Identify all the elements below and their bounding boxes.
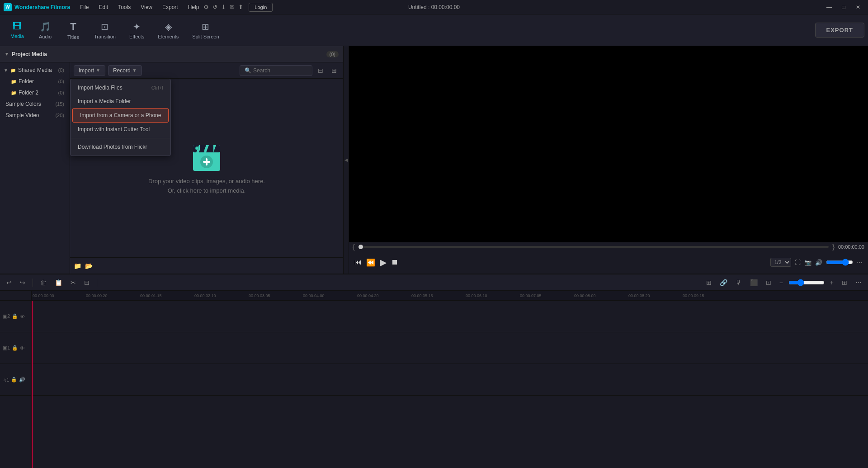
toolbar-media[interactable]: 🎞 Media xyxy=(4,19,31,42)
collapse-handle[interactable]: ◀ xyxy=(344,46,349,274)
folder2-icon: 📁 xyxy=(11,90,16,95)
dropdown-item-import-camera[interactable]: Import from a Camera or a Phone xyxy=(72,108,169,123)
clapboard-icon xyxy=(191,141,222,172)
sample-video-label: Sample Video xyxy=(5,112,53,118)
drop-line2: Or, click here to import media. xyxy=(168,187,246,194)
filter-button[interactable]: ⊟ xyxy=(315,66,326,75)
ruler-spacer xyxy=(0,291,31,301)
menu-view[interactable]: View xyxy=(136,2,157,12)
toolbar-titles[interactable]: T Titles xyxy=(60,18,87,43)
sidebar-item-folder[interactable]: 📁 Folder (0) xyxy=(2,76,68,87)
dropdown-item-flickr[interactable]: Download Photos from Flickr xyxy=(71,140,170,154)
track-audio1-volume-icon[interactable]: 🔊 xyxy=(19,377,25,383)
speed-select[interactable]: 1/2 1/1 2x xyxy=(770,258,791,267)
fullscreen-icon[interactable]: ⛶ xyxy=(795,259,801,266)
menu-tools[interactable]: Tools xyxy=(113,2,135,12)
tray-icon-1[interactable]: ⚙ xyxy=(203,4,209,10)
split-button[interactable]: ⊡ xyxy=(763,278,774,288)
menu-file[interactable]: File xyxy=(75,2,93,12)
preview-controls: { } 00:00:00:00 ⏮ ⏪ ▶ ⏹ 1/2 1/1 2x xyxy=(349,242,868,274)
tray-icon-3[interactable]: ⬇ xyxy=(221,4,226,10)
sample-colors-label: Sample Colors xyxy=(5,101,53,107)
ruler-time-5: 00:00:04:00 xyxy=(303,293,325,298)
cut-button[interactable]: ✂ xyxy=(68,278,79,288)
toolbar-splitscreen[interactable]: ⊞ Split Screen xyxy=(186,19,225,42)
svg-point-15 xyxy=(196,147,198,149)
track-row-v1 xyxy=(32,332,868,364)
ruler-time-9: 00:00:07:05 xyxy=(520,293,542,298)
mic-button[interactable]: 🎙 xyxy=(733,278,745,288)
tray-icon-4[interactable]: ✉ xyxy=(230,4,235,10)
dropdown-item-import-cutter[interactable]: Import with Instant Cutter Tool xyxy=(71,123,170,136)
add-folder-icon[interactable]: 📁 xyxy=(74,262,81,269)
more-options-icon[interactable]: ⋯ xyxy=(857,259,863,266)
tray-icon-2[interactable]: ↺ xyxy=(212,4,217,10)
audio-label: Audio xyxy=(39,34,52,39)
link-button[interactable]: 🔗 xyxy=(717,278,730,288)
redo-button[interactable]: ↪ xyxy=(17,278,28,288)
project-expand-icon[interactable]: ▼ xyxy=(5,52,9,57)
add-track-button[interactable]: ⊞ xyxy=(703,278,714,288)
track-v2-eye-icon[interactable]: 👁 xyxy=(20,314,25,319)
zoom-out-button[interactable]: − xyxy=(777,278,786,288)
record-button[interactable]: Record ▼ xyxy=(108,65,142,76)
toolbar-audio[interactable]: 🎵 Audio xyxy=(32,19,59,42)
toolbar-transition[interactable]: ⊡ Transition xyxy=(88,19,122,42)
track-audio1-lock-icon[interactable]: 🔒 xyxy=(11,377,17,383)
tray-icon-5[interactable]: ⬆ xyxy=(238,4,243,10)
login-button[interactable]: Login xyxy=(249,3,273,12)
track-v2-lock-icon[interactable]: 🔒 xyxy=(12,313,18,319)
search-box[interactable]: 🔍 xyxy=(240,65,312,76)
audio-icon: 🎵 xyxy=(40,21,51,32)
stop-button[interactable]: ⏹ xyxy=(391,258,398,266)
search-input[interactable] xyxy=(253,67,307,74)
volume-slider[interactable] xyxy=(826,259,853,266)
content-area: Import ▼ Record ▼ 🔍 ⊟ ⊞ xyxy=(70,62,343,274)
shared-media-label: Shared Media xyxy=(18,67,57,73)
bracket-right-icon[interactable]: } xyxy=(832,243,835,251)
folder-count: (0) xyxy=(58,79,64,84)
frame-back-button[interactable]: ⏪ xyxy=(366,258,375,267)
zoom-in-button[interactable]: + xyxy=(827,278,836,288)
more-tl-button[interactable]: ⋯ xyxy=(853,278,864,288)
play-button[interactable]: ▶ xyxy=(380,257,387,268)
close-button[interactable]: ✕ xyxy=(852,3,864,12)
minimize-button[interactable]: — xyxy=(823,3,835,12)
track-v1-lock-icon[interactable]: 🔒 xyxy=(12,345,18,351)
dropdown-item-import-folder[interactable]: Import a Media Folder xyxy=(71,95,170,108)
snapshot-button[interactable]: ⬛ xyxy=(747,278,760,288)
sidebar-item-shared-media[interactable]: ▼ 📁 Shared Media (0) xyxy=(2,65,68,76)
maximize-button[interactable]: □ xyxy=(837,3,850,12)
import-button[interactable]: Import ▼ xyxy=(74,65,105,76)
copy-button[interactable]: 📋 xyxy=(52,278,65,288)
delete-button[interactable]: 🗑 xyxy=(38,278,49,288)
progress-track[interactable] xyxy=(359,246,829,248)
folder-icon: 📁 xyxy=(10,68,16,73)
menu-help[interactable]: Help xyxy=(184,2,204,12)
sidebar-item-sample-video[interactable]: Sample Video (20) xyxy=(2,110,68,121)
sidebar-item-folder2[interactable]: 📁 Folder 2 (0) xyxy=(2,87,68,98)
screenshot-icon[interactable]: 📷 xyxy=(804,259,811,266)
undo-button[interactable]: ↩ xyxy=(4,278,14,288)
toolbar-effects[interactable]: ✦ Effects xyxy=(123,19,151,42)
track-labels: ▣2 🔒 👁 ▣1 🔒 👁 ♫1 🔒 🔊 xyxy=(0,291,32,468)
window-title: Untitled : 00:00:00:00 xyxy=(408,4,460,10)
playhead[interactable] xyxy=(32,301,33,468)
view-toggle-button[interactable]: ⊞ xyxy=(329,66,340,75)
sidebar-item-sample-colors[interactable]: Sample Colors (15) xyxy=(2,99,68,109)
menu-export[interactable]: Export xyxy=(158,2,183,12)
align-button[interactable]: ⊟ xyxy=(81,278,92,288)
menu-edit[interactable]: Edit xyxy=(94,2,113,12)
track-v1-eye-icon[interactable]: 👁 xyxy=(20,345,25,351)
step-back-button[interactable]: ⏮ xyxy=(354,258,362,266)
volume-icon[interactable]: 🔊 xyxy=(815,259,822,266)
toolbar-elements[interactable]: ◈ Elements xyxy=(151,19,185,42)
export-button[interactable]: EXPORT xyxy=(815,23,864,38)
main-toolbar: 🎞 Media 🎵 Audio T Titles ⊡ Transition ✦ … xyxy=(0,14,868,46)
fit-button[interactable]: ⊞ xyxy=(839,278,850,288)
zoom-slider[interactable] xyxy=(788,279,825,286)
bracket-left-icon[interactable]: { xyxy=(353,243,355,251)
new-folder-icon[interactable]: 📂 xyxy=(85,262,93,269)
dropdown-item-import-files[interactable]: Import Media Files Ctrl+I xyxy=(71,81,170,95)
ruler-time-12: 00:00:09:15 xyxy=(683,293,704,298)
